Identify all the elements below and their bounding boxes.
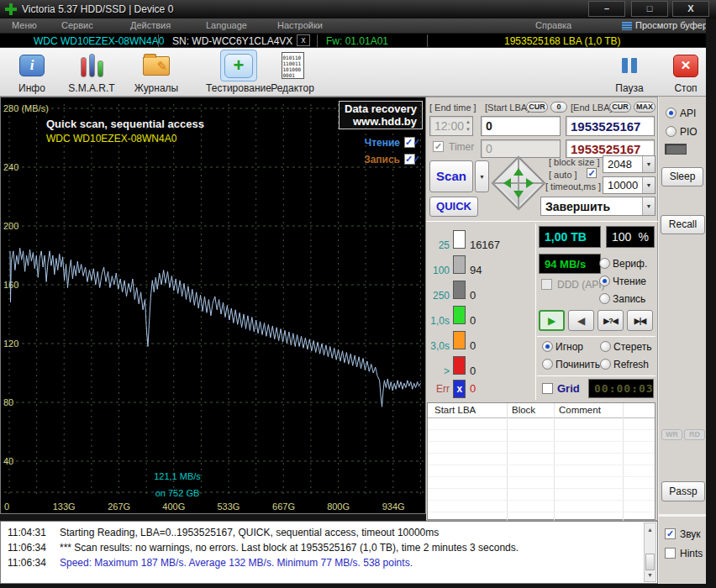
menu-item-menu[interactable]: Меню [12, 20, 37, 30]
recall-button[interactable]: Recall [661, 215, 705, 234]
menu-item-language[interactable]: Language [206, 20, 247, 30]
column-divider [554, 403, 555, 521]
divider [537, 375, 655, 376]
pio-radio[interactable] [666, 126, 677, 137]
rd-button[interactable]: RD [684, 429, 705, 440]
mode-write-radio[interactable] [599, 293, 610, 304]
remap-refresh-label: Refresh [613, 359, 649, 370]
table-row [428, 488, 655, 489]
skip-bad-button[interactable]: ▶?◀ [598, 310, 624, 331]
pause-label: Пауза [607, 82, 652, 94]
log-message: *** Scan results: no warnings, no errors… [60, 542, 519, 554]
back-button[interactable]: ◀ [568, 310, 594, 331]
mode-verify-radio[interactable] [599, 258, 610, 269]
remap-repair-radio[interactable] [542, 359, 553, 370]
logs-button[interactable]: ✎ Журналы [126, 50, 187, 94]
remap-refresh-radio[interactable] [600, 359, 611, 370]
passport-button[interactable]: Passp [661, 481, 705, 501]
end-lba-cur-button[interactable]: CUR [609, 102, 631, 113]
end-lba-max-button[interactable]: MAX [634, 102, 655, 113]
info-bubble-icon: i [19, 55, 45, 76]
info-label: Инфо [8, 82, 55, 94]
bucket-color-box [453, 230, 466, 249]
start-lba-zero-button[interactable]: 0 [550, 102, 567, 113]
spinner-arrows-icon[interactable]: ▲▼ [466, 118, 471, 134]
bucket-row-250: 250 0 [428, 281, 476, 302]
volume-lcd: 1,00 TB [539, 226, 601, 248]
timer-label: Timer [449, 141, 474, 153]
start-lba-input[interactable]: 0 [481, 116, 561, 136]
sleep-button[interactable]: Sleep [661, 167, 703, 186]
ddd-checkbox[interactable] [541, 279, 552, 290]
stop-x-icon: ✕ [673, 55, 698, 77]
legend-write-checkbox[interactable]: ✓ [404, 154, 415, 165]
end-time-spinner[interactable]: 12:00 ▲▼ [429, 116, 473, 136]
end-lba-input[interactable]: 1953525167 [566, 116, 655, 136]
menu-item-actions[interactable]: Действия [130, 20, 171, 30]
grid-checkbox[interactable] [542, 383, 553, 394]
pause-icon [622, 58, 637, 73]
log-timestamp: 11:06:34 [8, 557, 54, 569]
action-select[interactable]: Завершить ▼ [540, 197, 655, 216]
bucket-color-box [453, 306, 466, 324]
wr-button[interactable]: WR [661, 429, 682, 440]
close-button[interactable]: X [672, 1, 709, 17]
timer-checkbox[interactable] [433, 141, 444, 152]
dpad-left-icon[interactable] [503, 178, 511, 188]
timeout-select[interactable]: 10000 ▼ [603, 176, 655, 194]
device-model[interactable]: WDC WD10EZEX-08WN4A0 [34, 35, 164, 47]
timer-end-value: 1953525167 [571, 142, 640, 156]
mode-read-radio[interactable] [599, 276, 610, 286]
dpad-right-icon[interactable] [526, 178, 534, 188]
stop-button[interactable]: ✕ Стоп [664, 50, 708, 94]
end-time-label: [ End time ] [429, 102, 476, 113]
menu-item-service[interactable]: Сервис [61, 20, 93, 30]
start-scan-button[interactable]: ▶ [539, 310, 565, 331]
buffer-view-button[interactable]: Просмотр буфера [635, 20, 713, 30]
mode-write-label: Запись [613, 293, 645, 305]
action-value: Завершить [541, 200, 642, 213]
menu-item-settings[interactable]: Настройки [277, 20, 323, 30]
api-label: API [680, 108, 696, 119]
svg-text:934G: 934G [382, 501, 405, 512]
defect-table[interactable]: Start LBA Block Comment [427, 402, 655, 520]
hints-checkbox[interactable] [665, 548, 676, 559]
bucket-row-100: 100 94 [428, 255, 482, 277]
block-size-select[interactable]: 2048 ▼ [603, 155, 655, 173]
legend-read-checkbox[interactable]: ✓ [404, 137, 415, 148]
log-scrollbar[interactable]: ▲ ▼ [644, 522, 656, 582]
menu-item-help[interactable]: Справка [535, 20, 571, 30]
device-close-button[interactable]: x [297, 34, 310, 46]
scroll-down-icon[interactable]: ▼ [645, 570, 655, 580]
chevron-down-icon[interactable]: ▼ [642, 197, 655, 215]
remap-erase-radio[interactable] [600, 341, 611, 352]
grid-label: Grid [557, 382, 580, 395]
smart-button[interactable]: S.M.A.R.T [66, 50, 118, 94]
api-radio[interactable] [666, 108, 677, 118]
bucket-row-over: > 0 [428, 356, 476, 378]
minimize-button[interactable]: – [588, 1, 625, 17]
sound-checkbox[interactable] [665, 528, 676, 539]
dpad-up-icon[interactable] [513, 168, 524, 176]
chevron-down-icon[interactable]: ▼ [642, 177, 655, 193]
quick-button[interactable]: QUICK [429, 197, 478, 217]
skip-end-button[interactable]: ▶|◀ [627, 310, 653, 331]
scroll-up-icon[interactable]: ▲ [645, 524, 655, 535]
watermark-badge: Data recovery www.hdd.by [339, 101, 423, 129]
editor-button[interactable]: 010110110011101000 0001 Редактор [262, 50, 323, 94]
scan-dropdown-button[interactable]: ▼ [475, 160, 489, 192]
maximize-button[interactable]: □ [631, 1, 668, 17]
bucket-count: 0 [470, 382, 476, 395]
direction-pad[interactable] [491, 155, 546, 211]
auto-checkbox[interactable] [587, 168, 597, 178]
info-button[interactable]: i Инфо [8, 50, 55, 94]
chevron-down-icon[interactable]: ▼ [642, 156, 655, 172]
pause-button[interactable]: Пауза [607, 50, 652, 94]
scan-button[interactable]: Scan [429, 160, 473, 192]
bucket-threshold-label: 250 [428, 290, 450, 302]
start-lba-cur-button[interactable]: CUR [526, 102, 548, 113]
dpad-down-icon[interactable] [513, 191, 524, 198]
column-header-comment: Comment [559, 405, 601, 415]
scrollbar-thumb[interactable] [645, 554, 655, 570]
remap-ignore-radio[interactable] [542, 341, 553, 352]
